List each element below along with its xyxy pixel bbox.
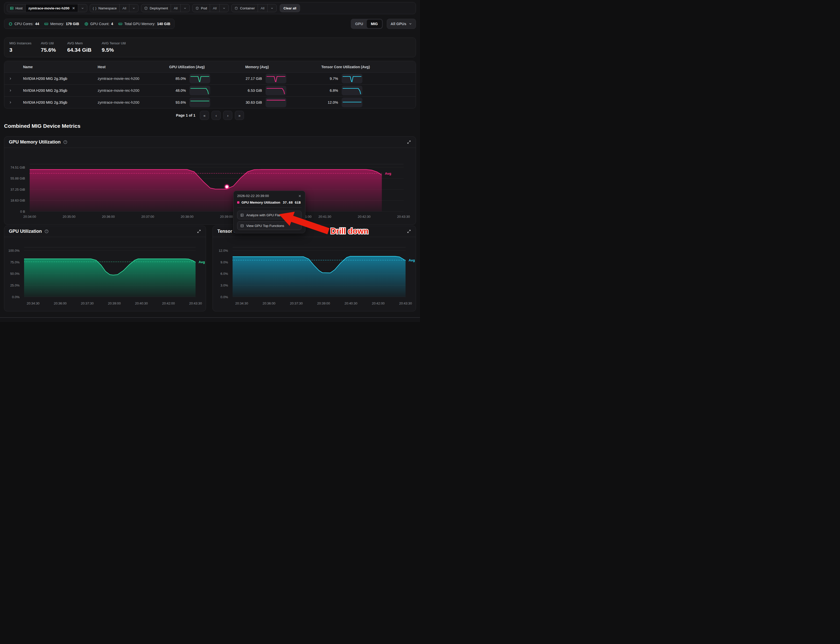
table-row[interactable]: NVIDIA H200 MIG 2g.35gb zymtrace-movie-r… bbox=[4, 96, 416, 108]
summary-value: 64.34 GiB bbox=[67, 47, 95, 53]
table-row[interactable]: NVIDIA H200 MIG 2g.35gb zymtrace-movie-r… bbox=[4, 72, 416, 84]
avg-line-label: Avg bbox=[409, 258, 415, 262]
expand-chart-button[interactable] bbox=[407, 140, 411, 144]
gpu-memory-icon bbox=[118, 22, 123, 26]
chevron-down-icon bbox=[222, 7, 226, 10]
analyze-flamegraph-button[interactable]: Analyze with GPU Flamegraph bbox=[237, 211, 302, 219]
stat-value: 44 bbox=[35, 22, 39, 26]
filter-pod-value-text: All bbox=[213, 7, 217, 10]
x-axis-tick-label: 20:34:30 bbox=[26, 301, 39, 305]
summary-label: AVG Util bbox=[41, 41, 60, 45]
x-axis-tick-label: 20:38:00 bbox=[181, 215, 194, 219]
prev-page-button[interactable]: ‹ bbox=[212, 111, 221, 120]
y-axis-labels: 74.51 GiB55.88 GiB37.25 GiB18.63 GiB0 B bbox=[4, 164, 28, 212]
avg-line-label: Avg bbox=[385, 171, 391, 175]
gpu-utilization-card: GPU Utilization ? 100.0%75.0%50.0%25.0%0… bbox=[4, 226, 206, 311]
gpu-util-sparkline bbox=[189, 86, 210, 95]
filter-host-value-text: zymtrace-movie-rec-h200 bbox=[28, 7, 69, 10]
first-page-button[interactable]: « bbox=[200, 111, 209, 120]
summary-avg-mem: AVG Mem 64.34 GiB bbox=[67, 41, 95, 54]
card-header: GPU Memory Utilization ? bbox=[4, 137, 416, 148]
cpu-icon bbox=[8, 22, 13, 26]
view-top-functions-label: View GPU Top Functions bbox=[246, 224, 284, 228]
stat-label: CPU Cores: bbox=[15, 22, 33, 26]
tensor-core-chart[interactable]: Avg bbox=[233, 247, 406, 297]
filter-pod-value[interactable]: All bbox=[210, 4, 219, 12]
view-top-functions-button[interactable]: View GPU Top Functions bbox=[237, 221, 302, 230]
device-host: zymtrace-movie-rec-h200 bbox=[92, 100, 164, 105]
filter-host-title: Host bbox=[15, 7, 23, 10]
toggle-mig[interactable]: MIG bbox=[367, 20, 382, 28]
filter-namespace-value[interactable]: All bbox=[120, 4, 129, 12]
tensor-value: 9.7% bbox=[321, 77, 338, 80]
help-icon[interactable]: ? bbox=[63, 140, 67, 144]
filter-deployment-dropdown[interactable] bbox=[180, 4, 189, 12]
summary-label: AVG Tensor Util bbox=[102, 41, 126, 45]
gpu-util-value: 48.0% bbox=[169, 89, 186, 92]
row-expand-icon[interactable] bbox=[4, 101, 16, 104]
card-title: GPU Memory Utilization bbox=[9, 140, 61, 145]
stat-label: Total GPU Memory: bbox=[124, 22, 155, 26]
bottom-divider bbox=[0, 317, 420, 318]
gpu-util-sparkline bbox=[189, 98, 210, 107]
toggle-gpu[interactable]: GPU bbox=[352, 20, 367, 28]
x-axis-tick-label: 20:34:30 bbox=[235, 301, 248, 305]
clear-all-button[interactable]: Clear all bbox=[280, 4, 300, 12]
expand-chart-button[interactable] bbox=[407, 229, 411, 233]
analyze-flamegraph-label: Analyze with GPU Flamegraph bbox=[246, 213, 293, 217]
x-axis-tick-label: 20:37:30 bbox=[290, 301, 303, 305]
filter-host-dropdown[interactable] bbox=[78, 4, 87, 12]
filter-namespace-dropdown[interactable] bbox=[129, 4, 138, 12]
stat-cpu-cores: CPU Cores:44 bbox=[8, 22, 39, 26]
gpu-memory-chart[interactable]: Avg bbox=[30, 164, 404, 212]
gpu-util-value: 85.0% bbox=[169, 77, 186, 80]
card-title: GPU Utilization bbox=[9, 229, 42, 234]
y-axis-tick-label: 37.25 GiB bbox=[10, 187, 25, 191]
y-axis-tick-label: 0 B bbox=[20, 210, 25, 214]
y-axis-tick-label: 18.63 GiB bbox=[10, 199, 25, 202]
y-axis-tick-label: 0.0% bbox=[220, 295, 228, 299]
filter-container-value[interactable]: All bbox=[258, 4, 267, 12]
table-header-row: Name Host GPU Utilization (Avg) Memory (… bbox=[4, 61, 416, 72]
namespace-icon: { } bbox=[93, 7, 97, 10]
view-controls: GPU MIG All GPUs bbox=[351, 19, 416, 29]
tensor-sparkline bbox=[342, 98, 362, 107]
filter-deployment-value-text: All bbox=[174, 7, 178, 10]
filter-container-dropdown[interactable] bbox=[267, 4, 276, 12]
table-row[interactable]: NVIDIA H200 MIG 2g.35gb zymtrace-movie-r… bbox=[4, 84, 416, 96]
filter-deployment-value[interactable]: All bbox=[171, 4, 180, 12]
row-expand-icon[interactable] bbox=[4, 89, 16, 92]
all-gpus-dropdown[interactable]: All GPUs bbox=[387, 19, 416, 29]
filter-deployment: Deployment All bbox=[141, 4, 190, 12]
x-axis-tick-label: 20:35:00 bbox=[62, 215, 76, 219]
chevron-down-icon bbox=[132, 7, 135, 10]
x-axis-tick-label: 20:36:00 bbox=[102, 215, 115, 219]
filter-pod-title: Pod bbox=[201, 7, 207, 10]
x-axis-tick-label: 20:39:00 bbox=[220, 215, 233, 219]
svg-text:?: ? bbox=[46, 230, 47, 233]
x-axis-tick-label: 20:37:30 bbox=[81, 301, 94, 305]
tensor-sparkline bbox=[342, 74, 362, 84]
row-expand-icon[interactable] bbox=[4, 77, 16, 80]
y-axis-tick-label: 75.0% bbox=[10, 260, 20, 264]
x-axis-tick-label: 20:40:30 bbox=[135, 301, 148, 305]
filter-host-value[interactable]: zymtrace-movie-rec-h200 ✕ bbox=[25, 4, 78, 12]
next-page-button[interactable]: › bbox=[223, 111, 232, 120]
tensor-core-utilization-card: Tensor Core Utilization ? 12.0%9.0%6.0%3… bbox=[212, 226, 416, 311]
tooltip-series-row: GPU Memory Utilization 37.68 GiB bbox=[237, 200, 302, 204]
close-icon[interactable] bbox=[298, 194, 302, 198]
filter-container-title: Container bbox=[240, 7, 255, 10]
card-header: GPU Utilization ? bbox=[4, 226, 206, 237]
stat-label: GPU Count: bbox=[90, 22, 109, 26]
gpu-utilization-chart[interactable]: Avg bbox=[24, 247, 196, 297]
x-axis-tick-label: 20:42:00 bbox=[162, 301, 175, 305]
x-axis-tick-label: 20:43:30 bbox=[399, 301, 412, 305]
expand-chart-button[interactable] bbox=[197, 229, 201, 233]
help-icon[interactable]: ? bbox=[44, 229, 49, 233]
code-icon bbox=[240, 224, 244, 228]
filter-pod-dropdown[interactable] bbox=[219, 4, 228, 12]
stat-value: 179 GiB bbox=[66, 22, 79, 26]
remove-host-filter-icon[interactable]: ✕ bbox=[72, 7, 75, 10]
last-page-button[interactable]: » bbox=[235, 111, 244, 120]
stat-gpu-count: GPU Count:4 bbox=[84, 22, 113, 26]
